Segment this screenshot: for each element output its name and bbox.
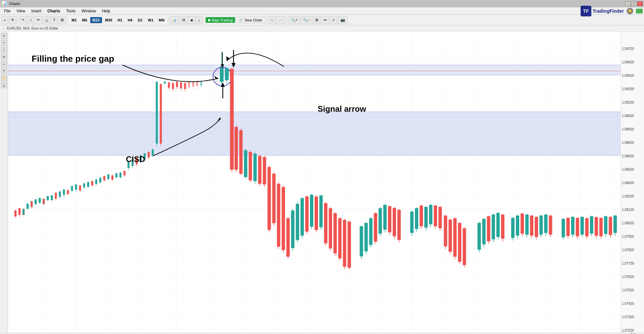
- time-label-17: 6 Nov 19:00: [631, 333, 644, 334]
- left-line-btn[interactable]: /: [1, 47, 7, 53]
- left-pointer-btn[interactable]: ↖: [1, 33, 7, 39]
- svg-rect-99: [115, 173, 117, 177]
- svg-rect-246: [482, 219, 486, 244]
- svg-rect-154: [239, 130, 243, 174]
- screenshot-btn[interactable]: 📷: [338, 16, 347, 24]
- strategy-btn[interactable]: 📈: [276, 16, 285, 24]
- chart-main[interactable]: Filling the price gap CISD Signal arrow: [8, 32, 621, 333]
- svg-rect-125: [168, 82, 170, 88]
- svg-rect-240: [458, 223, 461, 262]
- notification-icon[interactable]: 🔔: [627, 8, 633, 14]
- left-text-btn[interactable]: T: [1, 68, 7, 74]
- tf-w1[interactable]: W1: [146, 17, 156, 23]
- tf-m5[interactable]: M5: [80, 17, 90, 23]
- menu-view[interactable]: View: [14, 8, 28, 14]
- svg-rect-200: [347, 222, 351, 268]
- svg-rect-97: [111, 175, 113, 180]
- svg-rect-79: [75, 184, 77, 190]
- svg-rect-152: [234, 127, 238, 170]
- zoom-in-btn[interactable]: 🔍+: [288, 16, 300, 24]
- grid-btn[interactable]: ⊞: [313, 16, 321, 24]
- menu-insert[interactable]: Insert: [29, 8, 44, 14]
- svg-rect-166: [268, 167, 271, 230]
- svg-rect-137: [192, 82, 194, 87]
- svg-rect-218: [397, 210, 401, 240]
- svg-rect-290: [599, 218, 603, 236]
- chart-scale-btn[interactable]: ⊟: [180, 16, 187, 24]
- price-scale: 1.09720 1.09620 1.09420 1.09320 1.09220 …: [621, 32, 644, 333]
- crosshair-btn[interactable]: ✛: [9, 16, 16, 24]
- left-fib-btn[interactable]: ⚡: [1, 75, 7, 81]
- menu-tools[interactable]: Tools: [63, 8, 78, 14]
- svg-rect-288: [595, 217, 598, 236]
- svg-rect-55: [26, 204, 29, 209]
- menu-help[interactable]: Help: [99, 8, 113, 14]
- svg-rect-256: [511, 218, 515, 238]
- tf-m1[interactable]: M1: [69, 17, 79, 23]
- svg-text:1.07720: 1.07720: [622, 262, 634, 265]
- menu-charts[interactable]: Charts: [45, 8, 63, 14]
- tf-h1[interactable]: H1: [115, 17, 125, 23]
- svg-rect-65: [47, 196, 49, 200]
- sep6: [287, 17, 287, 23]
- svg-rect-202: [360, 226, 363, 257]
- left-hline-btn[interactable]: —: [1, 61, 7, 67]
- tf-m30[interactable]: M30: [103, 17, 114, 23]
- svg-rect-206: [369, 218, 373, 245]
- svg-rect-266: [535, 217, 538, 237]
- tf-m15[interactable]: M15: [90, 17, 102, 23]
- shapes-btn[interactable]: ⊞: [58, 16, 66, 24]
- tf-d1[interactable]: D1: [136, 17, 145, 23]
- chart-container: ↖ + / ✏ — T ⚡ △: [0, 32, 644, 333]
- svg-rect-282: [581, 217, 584, 235]
- new-order-button[interactable]: 🛒 New Order: [236, 17, 265, 23]
- svg-rect-168: [272, 174, 276, 223]
- svg-rect-143: [220, 67, 223, 82]
- svg-text:Filling the price gap: Filling the price gap: [32, 54, 114, 64]
- order-icon: 🛒: [239, 18, 244, 22]
- left-draw-btn[interactable]: ✏: [1, 54, 7, 60]
- tf-mn[interactable]: MN: [156, 17, 167, 23]
- svg-rect-127: [172, 83, 174, 89]
- chart-sync-btn[interactable]: ↕: [196, 16, 203, 24]
- chart-type-btn[interactable]: 📊: [170, 16, 179, 24]
- left-crosshair-btn[interactable]: +: [1, 40, 7, 46]
- expand-btn[interactable]: ⤢: [330, 16, 337, 24]
- draw-btn[interactable]: ✏: [35, 16, 42, 24]
- svg-rect-198: [343, 220, 346, 267]
- svg-rect-228: [429, 205, 432, 224]
- svg-rect-242: [463, 228, 466, 265]
- text-btn[interactable]: T: [51, 16, 58, 24]
- svg-text:1.07620: 1.07620: [622, 275, 634, 279]
- zoom-out-btn[interactable]: 🔍−: [301, 16, 312, 24]
- svg-rect-274: [561, 219, 565, 237]
- pointer-btn[interactable]: ↖: [19, 16, 27, 24]
- svg-rect-63: [43, 199, 45, 204]
- svg-rect-182: [305, 197, 309, 232]
- svg-rect-101: [119, 173, 121, 177]
- svg-rect-210: [379, 208, 382, 234]
- svg-rect-150: [230, 69, 233, 169]
- svg-rect-73: [63, 189, 65, 195]
- shape-btn[interactable]: △: [43, 16, 50, 24]
- svg-text:1.08420: 1.08420: [622, 181, 634, 185]
- svg-rect-292: [604, 216, 607, 234]
- new-chart-btn[interactable]: +: [1, 16, 8, 24]
- scroll-btn[interactable]: ⇔: [321, 16, 329, 24]
- menu-window[interactable]: Window: [79, 8, 99, 14]
- svg-rect-190: [324, 203, 327, 243]
- svg-rect-135: [188, 82, 190, 87]
- line-btn[interactable]: /: [28, 16, 34, 24]
- chart-fill-btn[interactable]: ■: [188, 16, 195, 24]
- tf-h4[interactable]: H4: [125, 17, 135, 23]
- svg-rect-194: [333, 213, 337, 254]
- svg-rect-224: [420, 206, 423, 226]
- svg-rect-71: [59, 191, 61, 197]
- svg-rect-41: [8, 112, 621, 155]
- svg-rect-214: [388, 206, 391, 232]
- indicator-btn[interactable]: ~: [269, 16, 275, 24]
- algo-trading-button[interactable]: ▶ Algo Trading: [206, 17, 235, 23]
- menu-file[interactable]: File: [1, 8, 13, 14]
- left-shape-btn[interactable]: △: [1, 82, 7, 88]
- left-toolbar: ↖ + / ✏ — T ⚡ △: [0, 32, 8, 333]
